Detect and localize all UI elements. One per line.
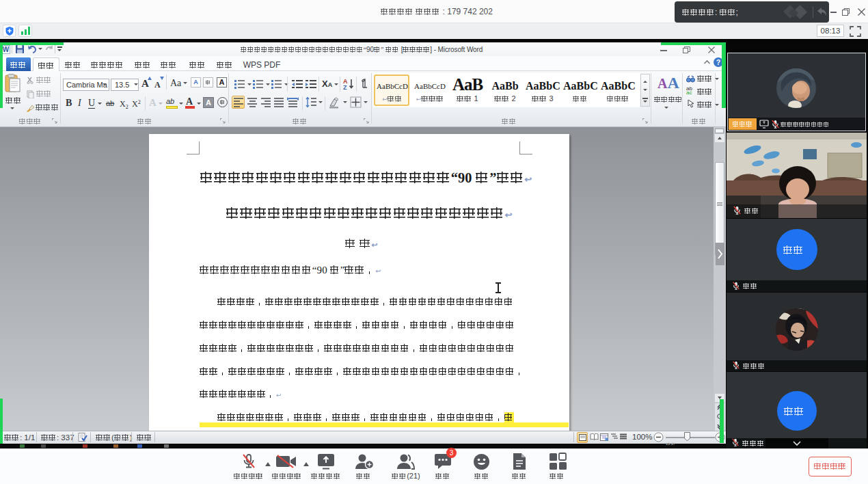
svg-text:Z: Z xyxy=(343,84,347,90)
